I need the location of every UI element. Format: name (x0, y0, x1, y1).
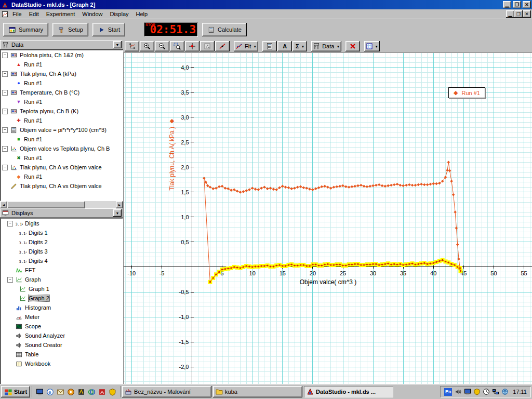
start-menu-button[interactable]: Start (1, 386, 30, 397)
calculate-button[interactable]: Calculate (202, 23, 247, 36)
display-item[interactable]: Scope (0, 322, 123, 331)
plot-area[interactable]: -10-55101520253035404550554,03,53,02,52,… (124, 53, 532, 385)
marker-tool-button[interactable] (200, 41, 215, 51)
zoom-out-button[interactable] (155, 41, 169, 51)
data-item[interactable]: −Objem valce vs Teplota plynu, Ch B (0, 144, 123, 153)
run-item[interactable]: ●Run #1 (0, 78, 123, 88)
volume-icon[interactable] (454, 388, 462, 396)
display-item[interactable]: Workbook (0, 359, 123, 368)
collapse-icon[interactable]: − (2, 165, 8, 170)
antivirus-icon[interactable] (108, 388, 117, 396)
display-child-item[interactable]: 3.14Digits 4 (0, 256, 123, 265)
run-item[interactable]: ◆Run #1 (0, 172, 123, 181)
collapse-icon[interactable]: − (2, 109, 8, 114)
display-item[interactable]: Table (0, 350, 123, 359)
settings-dropdown[interactable]: ▼ (364, 41, 380, 51)
collapse-icon[interactable]: − (2, 52, 8, 58)
summary-button[interactable]: Summary (3, 23, 48, 36)
mdi-restore-button[interactable]: ❐ (514, 10, 523, 18)
data-dropdown[interactable]: Data▼ (311, 41, 341, 51)
run-item[interactable]: ✚Run #1 (0, 116, 123, 125)
run-item[interactable]: ▲Run #1 (0, 60, 123, 69)
task-button-1[interactable]: Bez_názvu - Malování (122, 386, 211, 397)
fit-dropdown[interactable]: Fit▼ (234, 41, 258, 51)
display-item[interactable]: Sound Creator (0, 340, 123, 350)
data-item[interactable]: −Objem valce = pi*r*r*y*100 (cm^3) (0, 125, 123, 135)
smart-tool-button[interactable] (185, 41, 200, 51)
scale-to-fit-button[interactable] (125, 41, 139, 51)
zoom-in-button[interactable] (140, 41, 154, 51)
show-desktop-icon[interactable] (35, 388, 44, 396)
graph-pane[interactable]: -10-55101520253035404550554,03,53,02,52,… (123, 52, 532, 385)
collapse-icon[interactable]: − (2, 146, 8, 152)
collapse-icon[interactable]: − (2, 90, 8, 96)
network-icon[interactable] (491, 388, 499, 396)
display-item[interactable]: FFT (0, 265, 123, 275)
collapse-icon[interactable]: − (2, 71, 8, 77)
updates-icon[interactable] (501, 388, 509, 396)
y-axis-label[interactable]: ◆ Tlak plynu, Ch A( kPa ) (168, 117, 176, 191)
display-child-item[interactable]: 3.14Digits 1 (0, 228, 123, 237)
mdi-close-button[interactable]: ✕ (523, 10, 531, 18)
scroll-right-icon[interactable]: ► (116, 201, 123, 208)
legend[interactable]: ◆ Run #1 (448, 87, 485, 98)
text-tool-button[interactable]: A (277, 41, 292, 51)
menu-item-edit[interactable]: Edit (25, 10, 43, 18)
setup-button[interactable]: Setup (52, 23, 88, 36)
run-item[interactable]: ■Run #1 (0, 135, 123, 144)
minimize-button[interactable]: ▁ (503, 1, 511, 8)
run-item[interactable]: ✖Run #1 (0, 153, 123, 163)
zoom-select-button[interactable] (170, 41, 184, 51)
display-child-item[interactable]: 3.14Digits 3 (0, 247, 123, 256)
task-button-2[interactable]: kuba (213, 386, 302, 397)
outlook-express-icon[interactable] (56, 388, 65, 396)
menu-item-display[interactable]: Display (106, 10, 132, 18)
menu-item-help[interactable]: Help (132, 10, 152, 18)
display-item[interactable]: Histogram (0, 303, 123, 312)
display-child-item[interactable]: Graph 2 (0, 294, 123, 303)
acrobat-icon[interactable] (98, 388, 107, 396)
display-item[interactable]: Meter (0, 312, 123, 322)
slope-tool-button[interactable] (215, 41, 230, 51)
scrollbar-thumb[interactable] (7, 201, 85, 208)
menu-item-file[interactable]: File (9, 10, 25, 18)
collapse-icon[interactable]: − (7, 277, 13, 283)
display-settings-icon[interactable] (463, 388, 471, 396)
displays-panel-dropdown-arrow-icon[interactable]: ▼ (113, 209, 122, 217)
menu-item-window[interactable]: Window (78, 10, 106, 18)
task-button-3[interactable]: DataStudio - mkl.ds ... (304, 386, 393, 397)
collapse-icon[interactable]: − (7, 221, 13, 227)
data-panel-dropdown-arrow-icon[interactable]: ▼ (113, 41, 122, 48)
mdi-minimize-button[interactable]: ▁ (506, 10, 514, 18)
data-tree-hscrollbar[interactable]: ◄ ► (0, 201, 123, 208)
internet-explorer-icon[interactable]: e (46, 388, 55, 396)
run-item[interactable]: ▼Run #1 (0, 97, 123, 107)
data-item[interactable]: −Tlak plynu, Ch A vs Objem valce (0, 163, 123, 172)
scroll-left-icon[interactable]: ◄ (0, 201, 7, 208)
data-item[interactable]: −Tlak plynu, Ch A (kPa) (0, 69, 123, 78)
collapse-icon[interactable]: − (2, 127, 8, 133)
display-item[interactable]: Sound Analyzer (0, 331, 123, 340)
scheduler-icon[interactable] (482, 388, 490, 396)
display-child-item[interactable]: Graph 1 (0, 284, 123, 294)
display-item[interactable]: −3.14Digits (0, 219, 123, 228)
statistics-dropdown[interactable]: Σ▼ (292, 41, 307, 51)
data-item[interactable]: −Teplota plynu, Ch B (K) (0, 107, 123, 116)
menu-item-experiment[interactable]: Experiment (43, 10, 79, 18)
display-child-item[interactable]: 3.14Digits 2 (0, 237, 123, 247)
data-item[interactable]: −Temperature, Ch B (°C) (0, 88, 123, 97)
data-item[interactable]: Tlak plynu, Ch A vs Objem valce (0, 181, 123, 191)
winamp-icon[interactable] (77, 388, 86, 396)
calculator-tool-button[interactable] (262, 41, 277, 51)
display-item[interactable]: −Graph (0, 275, 123, 284)
start-button[interactable]: Start (92, 23, 125, 36)
media-player-icon[interactable] (66, 388, 75, 396)
msn-icon[interactable] (87, 388, 96, 396)
x-axis-label[interactable]: Objem valce( cm^3 ) (124, 278, 532, 286)
data-item[interactable]: −Poloha pistu, Ch 1&2 (m) (0, 50, 123, 60)
remove-button[interactable] (345, 41, 360, 51)
antivirus-tray-icon[interactable] (473, 388, 481, 396)
language-indicator[interactable]: En (444, 388, 452, 396)
restore-button[interactable]: ❐ (513, 1, 521, 8)
close-button[interactable]: ✕ (523, 1, 531, 8)
